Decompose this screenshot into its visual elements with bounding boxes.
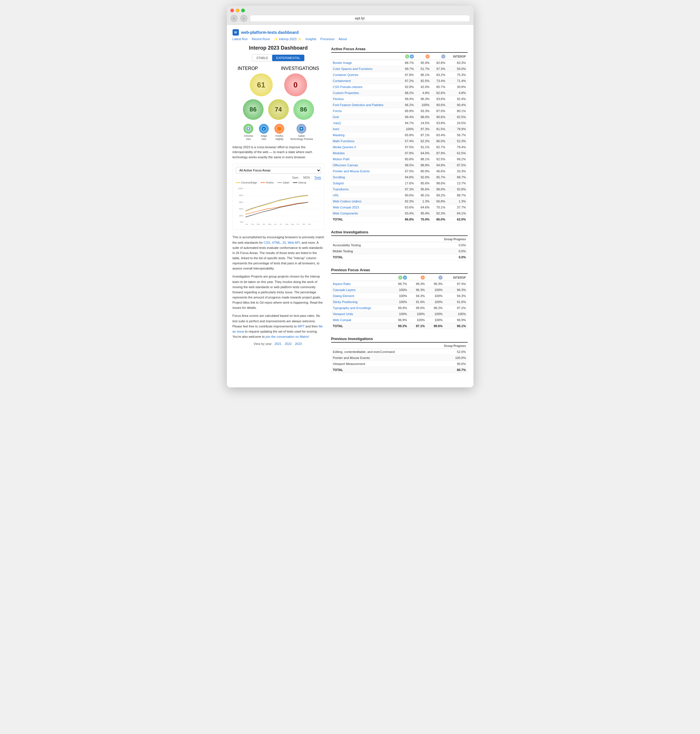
firefox-pct: 24.5% [416,120,431,126]
year-2023[interactable]: 2023 [295,342,302,346]
table-row: Web Codecs (video)92.3%1.3%56.8%1.3% [331,199,468,204]
interop-pct: 62.5% [447,150,468,156]
table-row: TOTAL86.8%75.0%86.0%62.0% [331,216,468,222]
tab-stable[interactable]: STABLE [252,55,272,61]
focus-area-name[interactable]: Web Compat 2023 [331,204,400,210]
chart-tab-tests[interactable]: Tests [314,176,321,179]
safari-pct: 98.0% [431,180,447,186]
long-desc-2: Investigation Projects are group project… [232,274,324,310]
previous-investigations-body: Editing, contenteditable, and execComman… [331,349,468,373]
focus-area-name[interactable]: Media Queries 4 [331,144,400,150]
maximize-button[interactable] [241,9,245,12]
right-panel: Active Focus Areas [331,45,468,379]
focus-area-name[interactable]: Font Feature Detection and Palettes [331,102,400,108]
chrome-pct: 98.5% [400,162,416,168]
prev-focus-name[interactable]: Dialog Element [331,293,391,299]
nav-latest-run[interactable]: Latest Run [232,37,248,41]
prev-interop-pct: 96.1% [444,323,468,329]
focus-area-name[interactable]: Inert [331,126,400,132]
investigations-score-circle: 0 [284,74,307,96]
focus-area-name[interactable]: Web Codecs (video) [331,199,400,204]
interop-pct: 82.5% [447,114,468,120]
prev-firefox-pct: 96.3% [409,287,426,293]
focus-area-name[interactable]: Pointer and Mouse Events [331,168,400,174]
table-row: Masking65.8%87.1%83.4%56.7% [331,132,468,138]
focus-area-name[interactable]: Border Image [331,60,400,66]
safari-pct: 95.7% [431,174,447,180]
nav-recent-runs[interactable]: Recent Runs [252,37,270,41]
chart-tab-mdn[interactable]: MDN [303,176,310,179]
dashboard-heading: Interop 2023 Dashboard [232,45,324,51]
edge-dev-label: EdgeDev [261,134,267,141]
focus-area-name[interactable]: Offscreen Canvas [331,162,400,168]
col-name-header [331,53,400,60]
table-row: Custom Properties88.2%4.8%82.6%4.8% [331,90,468,96]
firefox-pct: 97.3% [416,126,431,132]
focus-area-name[interactable]: Subgrid [331,180,400,186]
focus-area-name[interactable]: Custom Properties [331,90,400,96]
nav-insights[interactable]: Insights [305,37,316,41]
address-bar[interactable]: wpt.fyi [250,15,470,22]
focus-area-name[interactable]: Masking [331,132,400,138]
focus-area-select[interactable]: All Active Focus Areas [236,167,321,174]
link-js[interactable]: JS [282,241,286,244]
svg-text:0%: 0% [240,221,243,224]
focus-area-name[interactable]: Scrolling [331,174,400,180]
prev-focus-name[interactable]: Cascade Layers [331,287,391,293]
legend-safari: Safari [277,181,290,184]
table-row: Container Queries97.8%86.1%83.2%75.3% [331,72,468,78]
focus-area-name[interactable]: Containment [331,78,400,84]
tab-experimental[interactable]: EXPERIMENTAL [272,55,304,61]
focus-area-name[interactable]: Container Queries [331,72,400,78]
focus-area-name[interactable]: Transforms [331,186,400,193]
prev-focus-name[interactable]: Viewport Units [331,311,391,317]
close-button[interactable] [230,9,234,12]
link-html[interactable]: HTML [272,241,281,244]
focus-area-name[interactable]: Flexbox [331,96,400,102]
prev-safari-pct: 100% [426,299,444,305]
focus-area-name[interactable]: CSS Pseudo-classes [331,84,400,90]
year-2021[interactable]: 2021 [274,342,281,346]
year-2022[interactable]: 2022 [285,342,292,346]
prev-interop-pct: 91.6% [444,299,468,305]
prev-focus-name[interactable]: Typography and Encodings [331,305,391,311]
focus-area-name[interactable]: Color Spaces and Functions [331,66,400,72]
link-webapi[interactable]: Web API [288,241,300,244]
chart-tab-spec[interactable]: Spec [292,176,299,179]
link-css[interactable]: CSS [263,241,270,244]
link-wpt[interactable]: WPT [298,325,304,328]
table-row: Inert100%97.3%81.5%78.9% [331,126,468,132]
prev-focus-name[interactable]: Aspect Ratio [331,281,391,287]
prev-focus-name[interactable]: Sticky Positioning [331,299,391,305]
focus-area-name[interactable]: Grid [331,114,400,120]
back-button[interactable]: ‹ [230,15,238,22]
interop-score: 61 [257,81,265,90]
focus-area-name[interactable]: Web Components [331,210,400,216]
interop-pct: 30.8% [447,84,468,90]
focus-area-name[interactable]: :has() [331,120,400,126]
firefox-pct: 88.0% [416,114,431,120]
focus-area-name[interactable]: Math Functions [331,138,400,144]
forward-button[interactable]: › [240,15,247,22]
prev-focus-name[interactable]: Web Compat [331,317,391,323]
link-file-issue[interactable]: file an issue [232,325,323,333]
prev-col-interop: INTEROP [444,274,468,281]
edge-dev-icon: e [259,124,269,134]
chrome-score-circle: 86 [243,99,263,120]
nav-processor[interactable]: Processor [320,37,335,41]
safari-pct: 92.8% [431,60,447,66]
nav-about[interactable]: About [339,37,347,41]
link-matrix[interactable]: join the conversation on Matrix! [266,335,309,338]
chrome-pct: 100% [400,126,416,132]
minimize-button[interactable] [236,9,240,12]
nav-interop[interactable]: ✨ Interop 2023 ✨ [274,37,301,41]
focus-area-name[interactable]: Modules [331,150,400,156]
focus-area-name[interactable]: URL [331,193,400,199]
svg-text:60%: 60% [239,201,243,203]
prev-interop-pct: 97.2% [444,305,468,311]
focus-area-name[interactable]: Motion Path [331,156,400,162]
prev-chrome-pct: 99.3% [391,323,409,329]
svg-point-1 [247,128,249,129]
focus-area-name[interactable]: Forms [331,108,400,114]
svg-text:Feb: Feb [251,224,254,225]
